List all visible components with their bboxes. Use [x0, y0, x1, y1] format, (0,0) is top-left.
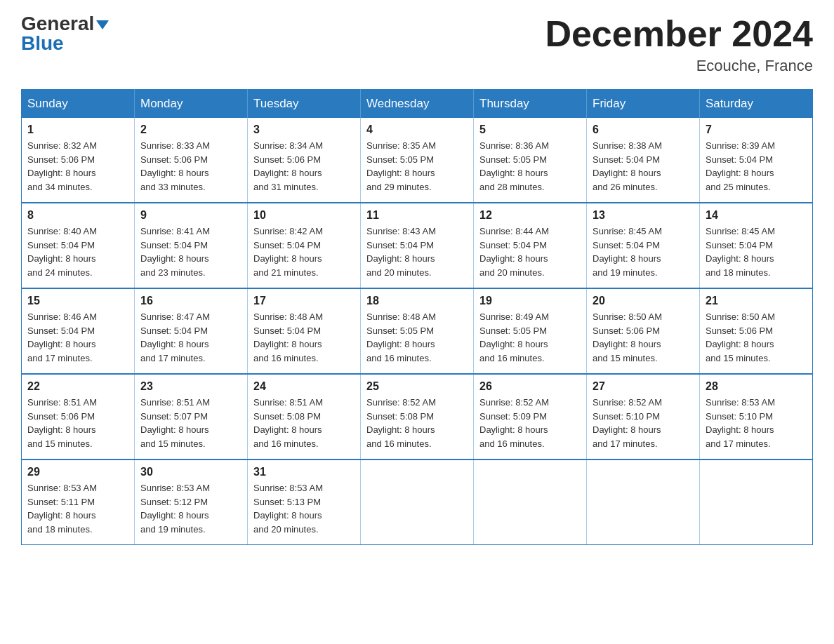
weekday-header-row: SundayMondayTuesdayWednesdayThursdayFrid… — [22, 90, 813, 119]
calendar-cell: 23 Sunrise: 8:51 AMSunset: 5:07 PMDaylig… — [135, 374, 248, 459]
calendar-cell: 5 Sunrise: 8:36 AMSunset: 5:05 PMDayligh… — [474, 118, 587, 203]
day-info: Sunrise: 8:36 AMSunset: 5:05 PMDaylight:… — [479, 139, 581, 194]
day-number: 28 — [706, 380, 807, 393]
calendar-cell: 2 Sunrise: 8:33 AMSunset: 5:06 PMDayligh… — [135, 118, 248, 203]
day-info: Sunrise: 8:32 AMSunset: 5:06 PMDaylight:… — [27, 139, 128, 194]
day-number: 22 — [27, 380, 128, 393]
calendar-cell: 30 Sunrise: 8:53 AMSunset: 5:12 PMDaylig… — [135, 459, 248, 545]
day-number: 18 — [366, 295, 468, 307]
day-info: Sunrise: 8:48 AMSunset: 5:04 PMDaylight:… — [253, 310, 355, 365]
calendar-cell — [361, 459, 474, 545]
weekday-header-saturday: Saturday — [700, 90, 813, 119]
day-number: 3 — [253, 123, 355, 136]
calendar-cell: 28 Sunrise: 8:53 AMSunset: 5:10 PMDaylig… — [700, 374, 813, 459]
calendar-cell: 21 Sunrise: 8:50 AMSunset: 5:06 PMDaylig… — [700, 288, 813, 374]
day-info: Sunrise: 8:34 AMSunset: 5:06 PMDaylight:… — [253, 139, 355, 194]
day-number: 21 — [706, 295, 807, 307]
calendar-cell: 27 Sunrise: 8:52 AMSunset: 5:10 PMDaylig… — [587, 374, 700, 459]
calendar-cell: 13 Sunrise: 8:45 AMSunset: 5:04 PMDaylig… — [587, 203, 700, 288]
day-info: Sunrise: 8:40 AMSunset: 5:04 PMDaylight:… — [27, 224, 128, 279]
day-number: 14 — [706, 209, 807, 222]
day-number: 20 — [593, 295, 694, 307]
week-row-3: 15 Sunrise: 8:46 AMSunset: 5:04 PMDaylig… — [22, 288, 813, 374]
logo: General Blue — [21, 14, 109, 55]
day-info: Sunrise: 8:53 AMSunset: 5:11 PMDaylight:… — [27, 481, 128, 536]
day-info: Sunrise: 8:39 AMSunset: 5:04 PMDaylight:… — [706, 139, 807, 194]
calendar-cell: 18 Sunrise: 8:48 AMSunset: 5:05 PMDaylig… — [361, 288, 474, 374]
day-number: 31 — [253, 466, 355, 478]
week-row-4: 22 Sunrise: 8:51 AMSunset: 5:06 PMDaylig… — [22, 374, 813, 459]
day-info: Sunrise: 8:44 AMSunset: 5:04 PMDaylight:… — [479, 224, 581, 279]
week-row-5: 29 Sunrise: 8:53 AMSunset: 5:11 PMDaylig… — [22, 459, 813, 545]
day-number: 30 — [140, 466, 241, 478]
day-info: Sunrise: 8:43 AMSunset: 5:04 PMDaylight:… — [366, 224, 468, 279]
location-title: Ecouche, France — [545, 57, 813, 75]
day-number: 8 — [27, 209, 128, 222]
day-number: 12 — [479, 209, 581, 222]
day-number: 23 — [140, 380, 241, 393]
day-number: 29 — [27, 466, 128, 478]
day-number: 24 — [253, 380, 355, 393]
day-number: 2 — [140, 123, 241, 136]
calendar-cell: 1 Sunrise: 8:32 AMSunset: 5:06 PMDayligh… — [22, 118, 135, 203]
day-number: 7 — [706, 123, 807, 136]
day-info: Sunrise: 8:46 AMSunset: 5:04 PMDaylight:… — [27, 310, 128, 365]
day-number: 19 — [479, 295, 581, 307]
day-info: Sunrise: 8:52 AMSunset: 5:10 PMDaylight:… — [593, 396, 694, 450]
calendar-table: SundayMondayTuesdayWednesdayThursdayFrid… — [21, 89, 813, 545]
calendar-cell: 19 Sunrise: 8:49 AMSunset: 5:05 PMDaylig… — [474, 288, 587, 374]
day-info: Sunrise: 8:35 AMSunset: 5:05 PMDaylight:… — [366, 139, 468, 194]
logo-blue: Blue — [21, 32, 64, 55]
day-info: Sunrise: 8:41 AMSunset: 5:04 PMDaylight:… — [140, 224, 241, 279]
page-header: General Blue December 2024 Ecouche, Fran… — [21, 14, 813, 75]
day-info: Sunrise: 8:45 AMSunset: 5:04 PMDaylight:… — [706, 224, 807, 279]
day-number: 16 — [140, 295, 241, 307]
week-row-1: 1 Sunrise: 8:32 AMSunset: 5:06 PMDayligh… — [22, 118, 813, 203]
calendar-cell: 6 Sunrise: 8:38 AMSunset: 5:04 PMDayligh… — [587, 118, 700, 203]
calendar-cell: 31 Sunrise: 8:53 AMSunset: 5:13 PMDaylig… — [248, 459, 361, 545]
weekday-header-sunday: Sunday — [22, 90, 135, 119]
calendar-cell: 3 Sunrise: 8:34 AMSunset: 5:06 PMDayligh… — [248, 118, 361, 203]
calendar-cell: 14 Sunrise: 8:45 AMSunset: 5:04 PMDaylig… — [700, 203, 813, 288]
week-row-2: 8 Sunrise: 8:40 AMSunset: 5:04 PMDayligh… — [22, 203, 813, 288]
day-number: 9 — [140, 209, 241, 222]
day-info: Sunrise: 8:47 AMSunset: 5:04 PMDaylight:… — [140, 310, 241, 365]
day-info: Sunrise: 8:49 AMSunset: 5:05 PMDaylight:… — [479, 310, 581, 365]
weekday-header-thursday: Thursday — [474, 90, 587, 119]
month-title: December 2024 — [545, 14, 813, 54]
day-number: 17 — [253, 295, 355, 307]
calendar-cell: 8 Sunrise: 8:40 AMSunset: 5:04 PMDayligh… — [22, 203, 135, 288]
title-section: December 2024 Ecouche, France — [545, 14, 813, 75]
calendar-cell: 24 Sunrise: 8:51 AMSunset: 5:08 PMDaylig… — [248, 374, 361, 459]
day-number: 5 — [479, 123, 581, 136]
calendar-cell: 12 Sunrise: 8:44 AMSunset: 5:04 PMDaylig… — [474, 203, 587, 288]
weekday-header-tuesday: Tuesday — [248, 90, 361, 119]
weekday-header-friday: Friday — [587, 90, 700, 119]
calendar-cell: 9 Sunrise: 8:41 AMSunset: 5:04 PMDayligh… — [135, 203, 248, 288]
day-info: Sunrise: 8:33 AMSunset: 5:06 PMDaylight:… — [140, 139, 241, 194]
calendar-cell: 16 Sunrise: 8:47 AMSunset: 5:04 PMDaylig… — [135, 288, 248, 374]
day-number: 25 — [366, 380, 468, 393]
calendar-cell — [700, 459, 813, 545]
day-info: Sunrise: 8:51 AMSunset: 5:06 PMDaylight:… — [27, 396, 128, 450]
day-number: 15 — [27, 295, 128, 307]
day-info: Sunrise: 8:45 AMSunset: 5:04 PMDaylight:… — [593, 224, 694, 279]
day-number: 4 — [366, 123, 468, 136]
day-info: Sunrise: 8:42 AMSunset: 5:04 PMDaylight:… — [253, 224, 355, 279]
day-info: Sunrise: 8:51 AMSunset: 5:07 PMDaylight:… — [140, 396, 241, 450]
day-info: Sunrise: 8:52 AMSunset: 5:08 PMDaylight:… — [366, 396, 468, 450]
calendar-cell: 11 Sunrise: 8:43 AMSunset: 5:04 PMDaylig… — [361, 203, 474, 288]
day-info: Sunrise: 8:51 AMSunset: 5:08 PMDaylight:… — [253, 396, 355, 450]
calendar-cell: 26 Sunrise: 8:52 AMSunset: 5:09 PMDaylig… — [474, 374, 587, 459]
calendar-cell — [474, 459, 587, 545]
calendar-cell: 15 Sunrise: 8:46 AMSunset: 5:04 PMDaylig… — [22, 288, 135, 374]
weekday-header-monday: Monday — [135, 90, 248, 119]
day-number: 1 — [27, 123, 128, 136]
calendar-cell: 20 Sunrise: 8:50 AMSunset: 5:06 PMDaylig… — [587, 288, 700, 374]
day-number: 6 — [593, 123, 694, 136]
day-info: Sunrise: 8:53 AMSunset: 5:10 PMDaylight:… — [706, 396, 807, 450]
calendar-cell: 10 Sunrise: 8:42 AMSunset: 5:04 PMDaylig… — [248, 203, 361, 288]
day-info: Sunrise: 8:53 AMSunset: 5:13 PMDaylight:… — [253, 481, 355, 536]
day-number: 27 — [593, 380, 694, 393]
calendar-cell: 4 Sunrise: 8:35 AMSunset: 5:05 PMDayligh… — [361, 118, 474, 203]
